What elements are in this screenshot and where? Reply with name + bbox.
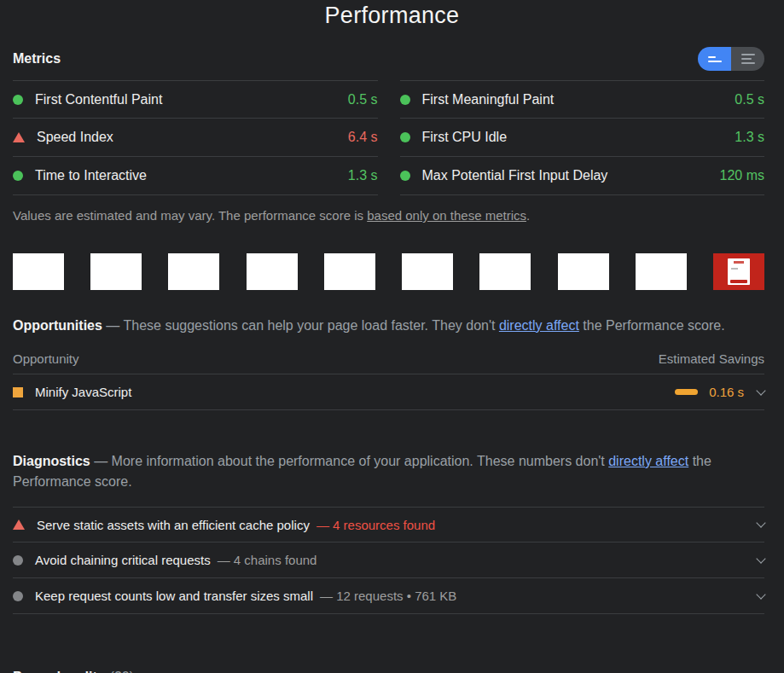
filmstrip (13, 253, 764, 290)
metric-label: Time to Interactive (35, 168, 348, 183)
warn-icon (13, 387, 23, 397)
metrics-section-title: Metrics (13, 51, 61, 67)
pass-icon (400, 171, 410, 181)
savings-bar (675, 389, 698, 395)
metric-label: First CPU Idle (422, 130, 735, 145)
info-icon (13, 591, 23, 601)
metric-label: Max Potential First Input Delay (422, 168, 720, 183)
diagnostic-row-cache-policy[interactable]: Serve static assets with an efficient ca… (13, 507, 764, 542)
metric-value: 1.3 s (735, 130, 764, 145)
chevron-down-icon (756, 554, 765, 563)
pass-icon (13, 171, 23, 181)
fail-icon (13, 132, 25, 142)
filmstrip-frame (247, 253, 298, 290)
diagnostics-desc-prefix: — More information about the performance… (90, 454, 609, 468)
opportunity-column-header: Opportunity (13, 351, 79, 366)
expanded-view-toggle-button[interactable] (731, 47, 764, 71)
info-icon (13, 555, 23, 566)
diagnostic-row-request-counts[interactable]: Keep request counts low and transfer siz… (13, 578, 764, 614)
diagnostics-section: Diagnostics — More information about the… (13, 451, 764, 614)
metric-value: 1.3 s (348, 168, 378, 183)
chevron-down-icon (756, 589, 765, 599)
pass-icon (13, 95, 23, 105)
opportunities-column-headers: Opportunity Estimated Savings (13, 351, 764, 374)
opportunity-row-minify-javascript[interactable]: Minify JavaScript 0.16 s (13, 374, 764, 410)
condensed-view-icon (708, 56, 722, 62)
pass-icon (400, 132, 410, 142)
filmstrip-frame (90, 253, 142, 290)
directly-affect-link[interactable]: directly affect (499, 318, 579, 333)
metric-value: 0.5 s (735, 92, 764, 107)
metric-label: Speed Index (37, 130, 348, 145)
metric-label: First Contentful Paint (35, 92, 348, 107)
passed-audits-label: Passed audits (13, 670, 105, 673)
filmstrip-frame (479, 253, 531, 290)
opportunities-desc-prefix: — These suggestions can help your page l… (102, 318, 499, 333)
passed-audits-toggle[interactable]: Passed audits (20) (13, 667, 764, 673)
page-title: Performance (0, 3, 784, 29)
chevron-down-icon (756, 386, 765, 395)
filmstrip-frame (324, 253, 375, 290)
thumbnail-button (730, 280, 747, 283)
metric-value: 6.4 s (348, 130, 378, 145)
filmstrip-frame-final (713, 253, 764, 290)
diagnostics-rows: Serve static assets with an efficient ca… (13, 507, 764, 614)
diagnostic-annotation: — 4 resources found (317, 518, 435, 532)
disclaimer-text: Values are estimated and may vary. The p… (13, 208, 367, 223)
opportunity-savings: 0.16 s (675, 385, 764, 399)
opportunity-label: Minify JavaScript (35, 385, 131, 399)
directly-affect-link[interactable]: directly affect (608, 454, 688, 468)
opportunities-desc-suffix: the Performance score. (579, 318, 725, 333)
metrics-section: Metrics First Contentful Paint 0.5 s (13, 46, 764, 223)
metrics-section-header: Metrics (13, 46, 764, 72)
row-expander (744, 559, 764, 562)
row-expander (744, 523, 764, 526)
chevron-down-icon (756, 518, 765, 527)
diagnostics-section-title: Diagnostics (13, 454, 90, 468)
metric-row: First CPU Idle 1.3 s (400, 119, 765, 157)
passed-audits-count: (20) (110, 670, 134, 673)
metric-label: First Meaningful Paint (422, 92, 735, 107)
report-content: Metrics First Contentful Paint 0.5 s (0, 46, 784, 673)
filmstrip-frame (636, 253, 687, 290)
login-card-thumbnail (728, 258, 750, 285)
diagnostic-label: Keep request counts low and transfer siz… (35, 589, 313, 603)
metric-row: Time to Interactive 1.3 s (13, 157, 378, 195)
fail-icon (13, 519, 25, 530)
metric-row: First Contentful Paint 0.5 s (13, 80, 378, 119)
filmstrip-frame (402, 253, 453, 290)
filmstrip-frame (168, 253, 219, 290)
metric-value: 0.5 s (348, 92, 378, 107)
metric-value: 120 ms (720, 168, 764, 183)
disclaimer-period: . (526, 208, 530, 223)
thumbnail-field (731, 268, 738, 270)
diagnostics-header: Diagnostics — More information about the… (13, 451, 764, 492)
pass-icon (400, 95, 410, 105)
metrics-view-toggle (698, 47, 764, 71)
diagnostic-annotation: — 12 requests • 761 KB (320, 589, 456, 603)
metrics-grid: First Contentful Paint 0.5 s Speed Index… (13, 80, 764, 195)
expanded-view-icon (741, 54, 755, 64)
metrics-disclaimer: Values are estimated and may vary. The p… (13, 208, 764, 223)
metric-row: Max Potential First Input Delay 120 ms (400, 157, 765, 195)
savings-value: 0.16 s (709, 385, 744, 399)
metrics-column-left: First Contentful Paint 0.5 s Speed Index… (13, 80, 378, 195)
opportunities-section-title: Opportunities (13, 318, 102, 333)
metrics-column-right: First Meaningful Paint 0.5 s First CPU I… (400, 80, 765, 195)
opportunities-section: Opportunities — These suggestions can he… (13, 316, 764, 410)
diagnostic-label: Avoid chaining critical requests (35, 553, 211, 567)
filmstrip-frame (558, 253, 609, 290)
estimated-savings-column-header: Estimated Savings (659, 351, 764, 366)
condensed-view-toggle-button[interactable] (698, 47, 731, 71)
diagnostic-row-critical-requests[interactable]: Avoid chaining critical requests — 4 cha… (13, 542, 764, 578)
metrics-explainer-link[interactable]: based only on these metrics (367, 208, 526, 223)
metric-row: Speed Index 6.4 s (13, 119, 378, 157)
diagnostic-annotation: — 4 chains found (218, 553, 317, 567)
row-expander (744, 595, 764, 598)
thumbnail-logo (734, 261, 744, 264)
filmstrip-frame (13, 253, 64, 290)
opportunities-header: Opportunities — These suggestions can he… (13, 316, 764, 336)
metric-row: First Meaningful Paint 0.5 s (400, 80, 765, 119)
diagnostic-label: Serve static assets with an efficient ca… (37, 518, 310, 532)
